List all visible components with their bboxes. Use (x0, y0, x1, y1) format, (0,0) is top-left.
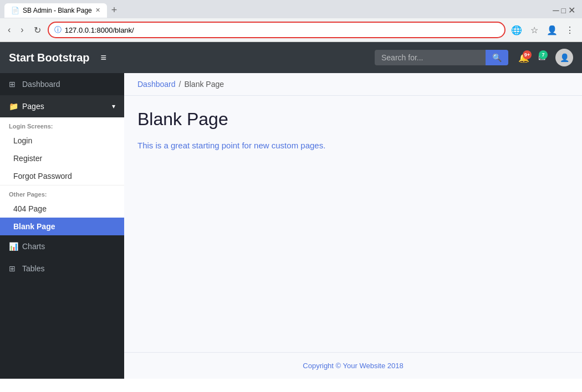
page-subtitle: This is a great starting point for new c… (137, 141, 569, 150)
sidebar-item-pages[interactable]: 📁 Pages ▾ (0, 95, 124, 117)
search-wrap: 🔍 (375, 50, 508, 65)
maximize-button[interactable]: □ (561, 6, 566, 15)
pages-menu-blank-page[interactable]: Blank Page (0, 218, 124, 235)
messages-badge: 7 (539, 50, 548, 59)
back-button[interactable]: ‹ (4, 24, 14, 36)
brand-name: Start Bootstrap (9, 51, 90, 64)
sidebar-item-charts-label: Charts (22, 242, 45, 251)
search-input[interactable] (375, 50, 486, 65)
sidebar-item-dashboard-label: Dashboard (22, 80, 60, 89)
info-icon: ⓘ (54, 25, 62, 35)
topbar-icons: 🔔 9+ ✉ 7 👤 (515, 49, 573, 66)
tables-icon: ⊞ (9, 264, 18, 273)
browser-chrome: 📄 SB Admin - Blank Page ✕ + ─ □ ✕ ‹ › ↻ … (0, 0, 582, 42)
content-wrapper: ⊞ Dashboard 📁 Pages ▾ Login Screens: Log… (0, 73, 582, 379)
sidebar-item-pages-label: Pages (22, 102, 44, 111)
messages-button[interactable]: ✉ 7 (535, 49, 549, 66)
address-bar-wrap: ⓘ (48, 22, 506, 38)
charts-icon: 📊 (9, 242, 18, 251)
breadcrumb-separator: / (179, 80, 181, 89)
new-tab-button[interactable]: + (107, 2, 122, 18)
avatar-icon: 👤 (560, 53, 569, 62)
profile-button[interactable]: 👤 (544, 22, 560, 38)
pages-menu-404[interactable]: 404 Page (0, 200, 124, 218)
tab-close-button[interactable]: ✕ (95, 7, 100, 14)
address-input[interactable] (65, 26, 499, 34)
dashboard-icon: ⊞ (9, 80, 18, 89)
search-button[interactable]: 🔍 (486, 50, 508, 65)
pages-menu-login[interactable]: Login (0, 132, 124, 149)
sidebar-item-tables[interactable]: ⊞ Tables (0, 257, 124, 280)
sidebar-item-charts[interactable]: 📊 Charts (0, 235, 124, 257)
tab-bar: 📄 SB Admin - Blank Page ✕ + ─ □ ✕ (0, 0, 582, 18)
sidebar: ⊞ Dashboard 📁 Pages ▾ Login Screens: Log… (0, 73, 124, 379)
pages-icon: 📁 (9, 102, 18, 111)
footer: Copyright © Your Website 2018 (124, 352, 582, 379)
breadcrumb-dashboard-link[interactable]: Dashboard (137, 80, 176, 89)
topbar: Start Bootstrap ≡ 🔍 🔔 9+ ✉ 7 👤 (0, 42, 582, 73)
page-content: Blank Page This is a great starting poin… (124, 96, 582, 352)
page-title: Blank Page (137, 109, 569, 130)
translate-button[interactable]: 🌐 (509, 22, 524, 38)
login-screens-label: Login Screens: (0, 117, 124, 132)
address-bar: ‹ › ↻ ⓘ 🌐 ☆ 👤 ⋮ (0, 18, 582, 42)
menu-button[interactable]: ⋮ (562, 22, 578, 38)
pages-menu-register[interactable]: Register (0, 149, 124, 167)
refresh-button[interactable]: ↻ (30, 24, 44, 37)
forward-button[interactable]: › (17, 24, 27, 36)
breadcrumb: Dashboard / Blank Page (124, 73, 582, 96)
notifications-badge: 9+ (523, 50, 532, 59)
tab-icon: 📄 (11, 7, 19, 14)
main-content: Dashboard / Blank Page Blank Page This i… (124, 73, 582, 379)
sidebar-item-dashboard[interactable]: ⊞ Dashboard (0, 73, 124, 95)
other-pages-label: Other Pages: (0, 185, 124, 200)
bookmark-button[interactable]: ☆ (527, 22, 542, 38)
breadcrumb-current: Blank Page (184, 80, 224, 89)
browser-tab[interactable]: 📄 SB Admin - Blank Page ✕ (4, 3, 107, 18)
sidebar-toggle-button[interactable]: ≡ (96, 50, 111, 66)
pages-submenu: Login Screens: Login Register Forgot Pas… (0, 117, 124, 235)
browser-actions: 🌐 ☆ 👤 ⋮ (509, 22, 578, 38)
tab-title: SB Admin - Blank Page (23, 7, 92, 14)
footer-text: Copyright © Your Website 2018 (303, 362, 403, 370)
notifications-button[interactable]: 🔔 9+ (515, 49, 533, 66)
pages-menu-forgot-password[interactable]: Forgot Password (0, 167, 124, 185)
minimize-button[interactable]: ─ (553, 6, 559, 16)
pages-chevron-icon: ▾ (112, 102, 115, 110)
close-button[interactable]: ✕ (568, 5, 575, 16)
user-avatar[interactable]: 👤 (555, 49, 573, 66)
sidebar-item-tables-label: Tables (22, 264, 44, 273)
app-wrapper: Start Bootstrap ≡ 🔍 🔔 9+ ✉ 7 👤 (0, 42, 582, 379)
